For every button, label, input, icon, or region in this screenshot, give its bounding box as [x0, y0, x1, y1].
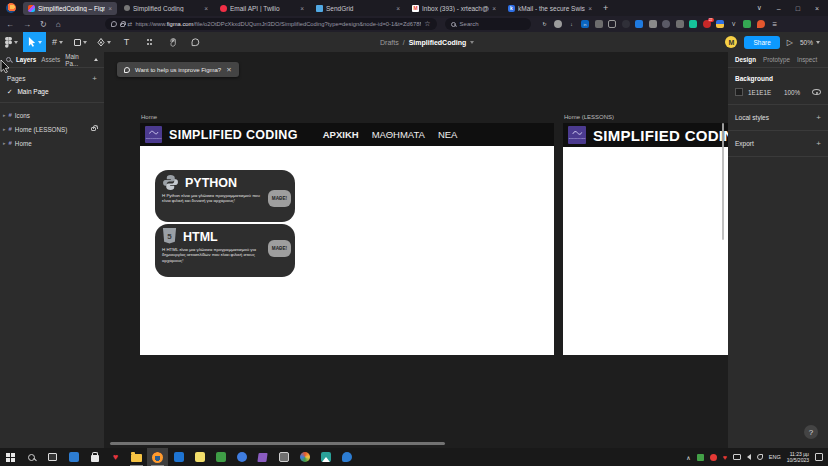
- resources-tool-button[interactable]: [138, 32, 161, 52]
- browser-search-input[interactable]: Search: [445, 18, 531, 30]
- disclosure-triangle-icon[interactable]: ▸: [3, 112, 6, 118]
- taskbar-ruby-app[interactable]: ♥: [105, 448, 126, 466]
- frame-tool-button[interactable]: #: [46, 32, 69, 52]
- speaker-icon[interactable]: [747, 454, 751, 460]
- tab-inspect[interactable]: Inspect: [797, 56, 817, 63]
- visibility-eye-icon[interactable]: [812, 89, 821, 95]
- notes-extension-icon[interactable]: [676, 20, 684, 28]
- chevron-down-icon[interactable]: [470, 41, 474, 44]
- dark-mode-icon[interactable]: [622, 20, 630, 28]
- canvas-horizontal-scrollbar[interactable]: [110, 442, 445, 445]
- reload-icon[interactable]: ↻: [40, 20, 47, 29]
- avatar[interactable]: M: [725, 36, 737, 48]
- taskbar-clock[interactable]: 11:23 μμ 10/5/2023: [787, 451, 809, 464]
- disclosure-triangle-icon[interactable]: ▸: [3, 126, 6, 132]
- gray-extension-icon[interactable]: [649, 20, 657, 28]
- taskbar-mail-app[interactable]: [63, 448, 84, 466]
- tray-green-icon[interactable]: [697, 454, 704, 461]
- canvas-frame-home[interactable]: Home SimplifiedCoding SIMPLIFIED CODING …: [140, 123, 554, 355]
- language-indicator[interactable]: ENG: [769, 454, 781, 460]
- flame-extension-icon[interactable]: [757, 20, 765, 28]
- close-window-icon[interactable]: ×: [815, 5, 819, 12]
- maximize-icon[interactable]: □: [796, 5, 800, 12]
- figma-canvas[interactable]: Want to help us improve Figma? ✕ Home Si…: [104, 52, 728, 448]
- display-icon[interactable]: [733, 454, 741, 460]
- tab-close-icon[interactable]: ×: [204, 5, 208, 12]
- taskbar-file-explorer[interactable]: [126, 448, 147, 466]
- home-icon[interactable]: ⌂: [56, 20, 61, 29]
- page-dropdown[interactable]: Main Pa...: [65, 53, 98, 67]
- taskbar-store-app[interactable]: [84, 448, 105, 466]
- share-button[interactable]: Share: [744, 36, 779, 49]
- tab-close-icon[interactable]: ×: [300, 5, 304, 12]
- color-hex-value[interactable]: 1E1E1E: [748, 89, 771, 96]
- container-swap-icon[interactable]: ⇄: [128, 21, 133, 27]
- taskbar-meet-app[interactable]: [231, 448, 252, 466]
- tab-prototype[interactable]: Prototype: [763, 56, 790, 63]
- comment-tool-button[interactable]: [184, 32, 207, 52]
- minimize-icon[interactable]: –: [777, 5, 781, 12]
- tab-layers[interactable]: Layers: [16, 56, 36, 63]
- tray-heart-icon[interactable]: ♥: [723, 454, 727, 461]
- tray-red-icon[interactable]: [710, 454, 717, 461]
- page-item-main-page[interactable]: ✓ Main Page: [0, 86, 104, 103]
- layer-row-icons[interactable]: ▸ # Icons: [0, 108, 104, 122]
- start-button[interactable]: [0, 448, 21, 466]
- browser-menu-icon[interactable]: ≡: [773, 20, 778, 29]
- taskbar-green-app[interactable]: [210, 448, 231, 466]
- tab-gmail-inbox[interactable]: M Inbox (393) - xrteach@gmail.co ×: [407, 2, 501, 15]
- usb-icon[interactable]: [757, 454, 763, 460]
- taskbar-window-app[interactable]: [273, 448, 294, 466]
- tab-close-icon[interactable]: ×: [108, 5, 112, 12]
- bookmark-star-icon[interactable]: ☆: [424, 20, 430, 28]
- taskbar-firefox[interactable]: [147, 448, 168, 466]
- tab-simplified-coding[interactable]: Simplified Coding ×: [119, 2, 213, 15]
- linkedin-icon[interactable]: in: [581, 20, 589, 28]
- tab-list-chevron-icon[interactable]: ∨: [757, 4, 762, 12]
- hand-tool-button[interactable]: [161, 32, 184, 52]
- tab-design[interactable]: Design: [735, 56, 756, 63]
- help-button[interactable]: ?: [804, 425, 818, 439]
- breadcrumb[interactable]: Drafts / SimplifiedCoding: [380, 32, 474, 52]
- tray-expand-chevron-icon[interactable]: ∧: [686, 454, 690, 461]
- blue-extension-icon[interactable]: [635, 20, 643, 28]
- flag-extension-icon[interactable]: [716, 20, 724, 28]
- window-extension-icon[interactable]: [608, 20, 616, 28]
- tab-sendgrid[interactable]: SendGrid ×: [311, 2, 405, 15]
- new-tab-button[interactable]: +: [603, 3, 608, 13]
- breadcrumb-filename[interactable]: SimplifiedCoding: [409, 39, 467, 46]
- figma-main-menu-button[interactable]: [0, 32, 23, 52]
- taskbar-chat-app[interactable]: [336, 448, 357, 466]
- history-icon[interactable]: ↻: [541, 20, 549, 28]
- firefox-logo-icon[interactable]: [6, 3, 16, 13]
- add-page-button[interactable]: +: [92, 74, 97, 83]
- tab-close-icon[interactable]: ×: [588, 5, 592, 12]
- download-icon[interactable]: ↓: [568, 20, 576, 28]
- tab-figma[interactable]: SimplifiedCoding – Figma ×: [23, 2, 117, 15]
- notification-center-icon[interactable]: [815, 453, 823, 461]
- back-icon[interactable]: ←: [6, 20, 14, 29]
- lock-icon[interactable]: [91, 127, 96, 131]
- v-extension-icon[interactable]: V: [730, 20, 738, 28]
- adblock-icon[interactable]: [554, 20, 562, 28]
- layer-row-home-lessons[interactable]: ▸ # Home (LESSONS): [0, 122, 104, 136]
- frame-label[interactable]: Home (LESSONS): [564, 114, 614, 120]
- tab-close-icon[interactable]: ×: [396, 5, 400, 12]
- frame-label[interactable]: Home: [141, 114, 157, 120]
- taskbar-visual-studio[interactable]: [252, 448, 273, 466]
- toast-close-icon[interactable]: ✕: [226, 66, 231, 74]
- taskbar-color-wheel-app[interactable]: [294, 448, 315, 466]
- taskbar-outlook-app[interactable]: [168, 448, 189, 466]
- cart-badge-icon[interactable]: [703, 20, 711, 28]
- tab-kmail[interactable]: k kMail - the secure Swiss messa ×: [503, 2, 597, 15]
- breadcrumb-drafts[interactable]: Drafts: [380, 39, 399, 46]
- taskbar-photos-app[interactable]: [315, 448, 336, 466]
- pen-tool-button[interactable]: [92, 32, 115, 52]
- text-tool-button[interactable]: T: [115, 32, 138, 52]
- move-tool-button[interactable]: [23, 32, 46, 52]
- canvas-vertical-scrollbar[interactable]: [722, 123, 724, 240]
- add-export-button[interactable]: +: [816, 139, 821, 148]
- tab-close-icon[interactable]: ×: [492, 5, 496, 12]
- lock-icon[interactable]: [120, 23, 125, 27]
- shape-tool-button[interactable]: [69, 32, 92, 52]
